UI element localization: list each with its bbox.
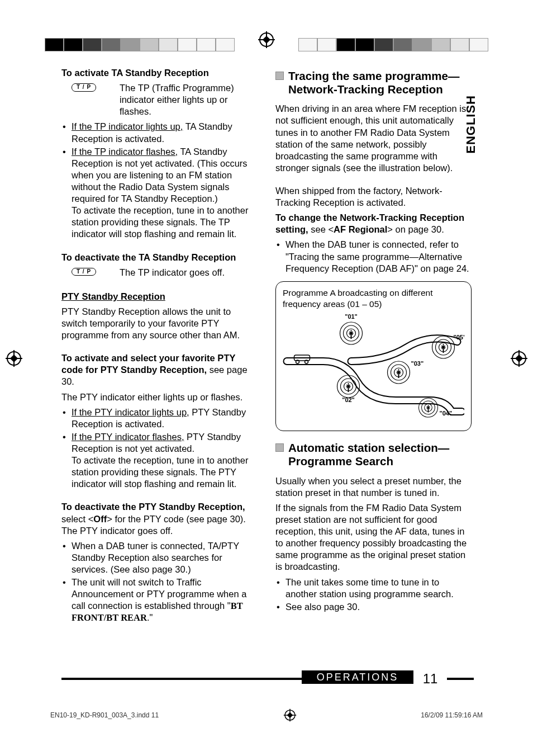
diagram-box: Programme A broadcasting on different fr…: [275, 281, 472, 431]
registration-mark-top: [259, 32, 274, 49]
ta-bullet-list: If the TP indicator lights up, TA Standb…: [61, 121, 258, 240]
deactivate-ta-desc: The TP indicator goes off.: [120, 267, 258, 278]
registration-mark-left: [7, 351, 21, 368]
svg-text:"02": "02": [342, 396, 355, 403]
list-item: When a DAB tuner is connected, TA/PTY St…: [61, 540, 258, 575]
heading-deactivate-ta: To deactivate the TA Standby Reception: [61, 252, 258, 263]
network-tracking-diagram: "01" "02" "03" "04" "05": [283, 314, 464, 420]
crop-marks: [0, 17, 533, 39]
list-item: If the TP indicator flashes, TA Standby …: [61, 146, 258, 240]
auto-search-p2: If the signals from the FM Radio Data Sy…: [275, 502, 472, 573]
heading-activate-pty: To activate and select your favorite PTY…: [61, 352, 258, 388]
tracing-p2: When shipped from the factory, Network-T…: [275, 185, 472, 209]
footer-bar: OPERATIONS 11: [61, 676, 474, 682]
section-marker-icon: [275, 443, 284, 452]
tracing-change-setting: To change the Network-Tracking Reception…: [275, 212, 472, 235]
section-title-tracing: Tracing the same programme—Network-Track…: [288, 69, 472, 96]
heading-deactivate-pty: To deactivate the PTY Standby Reception,…: [61, 501, 258, 536]
color-bar-left: [45, 38, 235, 51]
list-item: If the TP indicator lights up, TA Standb…: [61, 121, 258, 144]
list-item: If the PTY indicator flashes, PTY Standb…: [61, 431, 258, 490]
heading-pty: PTY Standby Reception: [61, 291, 258, 303]
print-file-name: EN10-19_KD-R901_003A_3.indd 11: [50, 711, 159, 719]
registration-mark-bottom: [284, 710, 296, 721]
tp-button-icon: T / P: [72, 268, 96, 276]
svg-text:"04": "04": [440, 410, 453, 417]
svg-text:"05": "05": [454, 334, 465, 341]
deactivate-pty-list: When a DAB tuner is connected, TA/PTY St…: [61, 540, 258, 624]
list-item: The unit takes some time to tune in to a…: [275, 577, 472, 600]
tp-button-icon: T / P: [72, 83, 96, 92]
color-bar-right: [298, 38, 488, 51]
pty-bullet-list: If the PTY indicator lights up, PTY Stan…: [61, 407, 258, 490]
section-title-auto-search: Automatic station selection—Programme Se…: [288, 441, 472, 468]
list-item: If the PTY indicator lights up, PTY Stan…: [61, 407, 258, 430]
print-timestamp: 16/2/09 11:59:16 AM: [421, 711, 483, 719]
section-marker-icon: [275, 72, 284, 80]
svg-text:"03": "03": [411, 360, 424, 367]
heading-activate-ta: To activate TA Standby Reception: [61, 67, 258, 79]
list-item: The unit will not switch to Traffic Anno…: [61, 577, 258, 623]
registration-mark-right: [512, 351, 526, 368]
right-column: Tracing the same programme—Network-Track…: [275, 67, 472, 661]
pty-intro: PTY Standby Reception allows the unit to…: [61, 306, 258, 341]
left-column: To activate TA Standby Reception T / P T…: [61, 67, 258, 661]
svg-text:"01": "01": [345, 314, 358, 320]
list-item: When the DAB tuner is connected, refer t…: [275, 239, 472, 274]
auto-search-bullets: The unit takes some time to tune in to a…: [275, 577, 472, 613]
tracing-bullets: When the DAB tuner is connected, refer t…: [275, 239, 472, 274]
footer-section-label: OPERATIONS: [302, 670, 413, 684]
tracing-p1: When driving in an area where FM recepti…: [275, 103, 472, 174]
print-footer: EN10-19_KD-R901_003A_3.indd 11 16/2/09 1…: [50, 708, 483, 722]
auto-search-p1: Usually when you select a preset number,…: [275, 475, 472, 499]
page-content: To activate TA Standby Reception T / P T…: [61, 67, 472, 661]
diagram-caption: Programme A broadcasting on different fr…: [283, 287, 464, 310]
pty-flash-text: The PTY indicator either lights up or fl…: [61, 391, 258, 403]
list-item: See also page 30.: [275, 601, 472, 613]
tp-description: The TP (Traffic Programme) indicator eit…: [120, 82, 258, 117]
page-number: 11: [423, 671, 438, 687]
